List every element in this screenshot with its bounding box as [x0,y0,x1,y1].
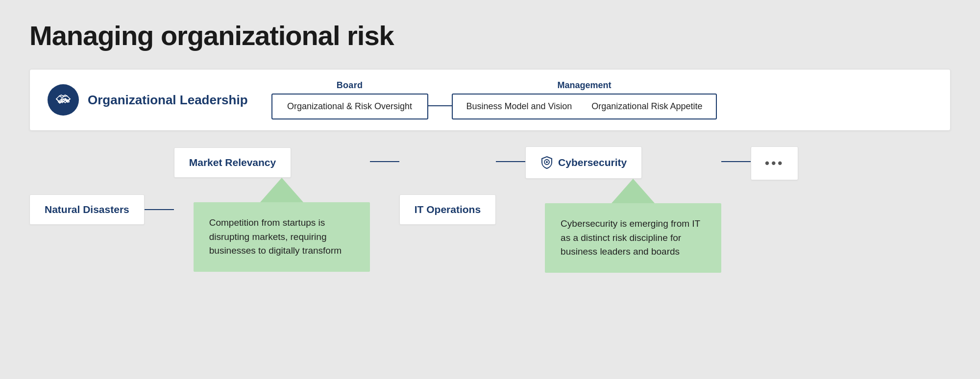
management-item1: Business Model and Vision [466,101,572,112]
risk-item-natural-disasters[interactable]: Natural Disasters [29,194,145,225]
leadership-label: Organizational Leadership [88,93,248,108]
natural-disasters-label: Natural Disasters [45,204,129,215]
connector-4 [721,161,751,162]
board-management-connector [428,105,452,106]
market-callout-box: Competition from startups is disrupting … [194,202,370,272]
market-callout-arrow [260,178,303,202]
connector-3 [496,161,525,162]
risk-layout: Natural Disasters Market Relevancy Compe… [29,146,951,273]
risk-item-market-relevancy[interactable]: Market Relevancy [174,147,291,178]
leadership-brand: Organizational Leadership [48,84,248,116]
board-box: Organizational & Risk Oversight [271,94,428,119]
leadership-bar: Organizational Leadership Board Organiza… [29,69,951,131]
management-box: Business Model and Vision Organizational… [452,94,717,119]
it-operations-label: IT Operations [415,204,481,215]
risk-item-cybersecurity[interactable]: Cybersecurity [525,146,642,179]
board-section: Board Organizational & Risk Oversight [271,80,428,119]
management-item2: Organizational Risk Appetite [591,101,702,112]
page-title: Managing organizational risk [29,20,951,51]
risk-item-it-operations[interactable]: IT Operations [399,194,496,225]
handshake-icon [48,84,79,116]
cybersecurity-shield-icon [540,156,553,169]
more-risks-button[interactable]: ••• [751,146,798,180]
management-title: Management [557,80,611,91]
risk-items-row: Natural Disasters Market Relevancy Compe… [29,146,951,273]
cyber-callout-box: Cybersecurity is emerging from IT as a d… [545,203,721,273]
connector-1 [145,209,174,210]
board-title: Board [337,80,363,91]
leadership-boxes: Board Organizational & Risk Oversight Ma… [271,80,932,119]
connector-2 [370,161,399,162]
cyber-callout-arrow [612,179,655,203]
management-section: Management Business Model and Vision Org… [452,80,717,119]
market-relevancy-label: Market Relevancy [189,157,276,168]
cybersecurity-label: Cybersecurity [558,157,627,168]
svg-point-1 [546,161,548,163]
